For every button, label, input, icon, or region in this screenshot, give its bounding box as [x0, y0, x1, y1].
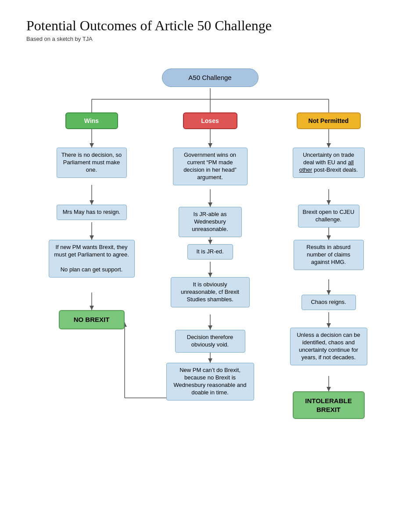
mid-3-node: It is JR-ed. — [187, 244, 233, 260]
svg-marker-37 — [327, 323, 331, 328]
svg-marker-31 — [327, 200, 331, 205]
not-permitted-node: Not Permitted — [297, 112, 361, 129]
mid-5-node: Decision therefore obviously void. — [175, 330, 245, 353]
page-title: Potential Outcomes of Article 50 Challen… — [26, 18, 394, 34]
flowchart: A50 Challenge Wins Loses Not Permitted T… — [30, 55, 390, 503]
svg-marker-12 — [90, 306, 94, 310]
subtitle: Based on a sketch by TJA — [26, 36, 394, 42]
svg-marker-20 — [208, 273, 212, 277]
right-1-node: Uncertainty on trade deal with EU and al… — [293, 148, 365, 178]
svg-marker-24 — [208, 358, 212, 363]
svg-marker-29 — [327, 143, 331, 148]
svg-marker-16 — [208, 202, 212, 207]
intolerable-brexit-node: INTOLERABLE BREXIT — [293, 391, 365, 419]
no-brexit-node: NO BREXIT — [59, 310, 125, 329]
mid-2-node: Is JR-able as Wednesbury unreasonable. — [179, 207, 242, 237]
loses-node: Loses — [183, 112, 237, 129]
svg-marker-6 — [90, 143, 94, 148]
svg-marker-35 — [327, 290, 331, 295]
left-1-node: There is no decision, so Parliament must… — [57, 148, 127, 178]
wins-node: Wins — [65, 112, 118, 129]
right-2-node: Brexit open to CJEU challenge. — [298, 205, 359, 227]
svg-marker-18 — [208, 240, 212, 244]
svg-marker-33 — [327, 235, 331, 240]
right-3-node: Results in absurd number of claims again… — [294, 240, 364, 270]
left-3-node: If new PM wants Brexit, they must get Pa… — [49, 240, 135, 278]
a50-node: A50 Challenge — [162, 69, 258, 87]
mid-4-node: It is obviously unreasonable, cf Brexit … — [171, 277, 250, 307]
svg-marker-8 — [90, 200, 94, 205]
svg-marker-14 — [208, 143, 212, 148]
svg-marker-10 — [90, 235, 94, 240]
mid-6-node: New PM can’t do Brexit, because no Brexi… — [166, 363, 254, 401]
right-4-node: Chaos reigns. — [302, 295, 356, 310]
svg-marker-39 — [327, 387, 331, 391]
right-5-node: Unless a decision can be identified, cha… — [290, 328, 367, 365]
mid-1-node: Government wins on current “PM made deci… — [173, 148, 248, 185]
svg-marker-22 — [208, 325, 212, 330]
left-2-node: Mrs May has to resign. — [57, 205, 127, 220]
